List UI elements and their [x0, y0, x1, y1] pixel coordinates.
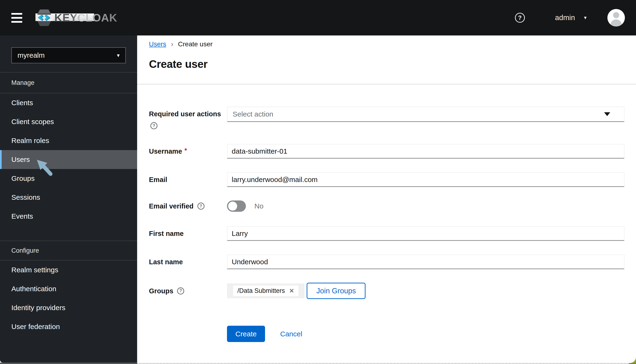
field-label-cell: Last name	[149, 254, 227, 266]
email-label: Email	[149, 176, 167, 184]
hamburger-bar	[11, 13, 22, 15]
field-control-cell: Select action	[227, 106, 624, 122]
email-input[interactable]	[227, 172, 624, 187]
form-row-required-user-actions: Required user actions ? Select action	[149, 106, 624, 129]
username-label: Username	[149, 147, 182, 155]
required-user-actions-select[interactable]: Select action	[227, 106, 624, 122]
required-asterisk: *	[184, 147, 187, 154]
window-bottom-edge	[0, 362, 137, 364]
sidebar-nav: myrealm ▾ Manage Clients Client scopes R…	[0, 36, 137, 362]
field-label-cell: Groups ?	[149, 287, 227, 295]
form-row-last-name: Last name	[149, 254, 624, 269]
sidebar-section-manage: Manage	[0, 72, 137, 93]
field-label-cell: Email	[149, 172, 227, 184]
breadcrumb-users-link[interactable]: Users	[149, 40, 166, 48]
group-chip-label: /Data Submitters	[238, 287, 285, 294]
cancel-button[interactable]: Cancel	[280, 330, 302, 338]
hamburger-bar	[11, 21, 22, 23]
sidebar-item-realm-settings[interactable]: Realm settings	[0, 260, 137, 280]
required-user-actions-label: Required user actions	[149, 110, 227, 118]
avatar-head	[613, 12, 619, 18]
groups-chip-group: /Data Submitters ✕	[227, 284, 304, 298]
masthead-actions: ? admin ▾	[515, 9, 625, 26]
form-row-groups: Groups ? /Data Submitters ✕ Join Groups	[149, 283, 624, 299]
create-button[interactable]: Create	[227, 326, 265, 342]
field-control-cell	[227, 144, 624, 158]
sidebar-spacer	[0, 226, 137, 240]
sidebar-item-realm-roles[interactable]: Realm roles	[0, 131, 137, 150]
breadcrumb-current: Create user	[178, 40, 212, 48]
realm-selector[interactable]: myrealm ▾	[11, 47, 126, 63]
first-name-input[interactable]	[227, 226, 624, 241]
brand-wordmark: KEYCLOAK	[54, 12, 117, 23]
sidebar-item-sessions[interactable]: Sessions	[0, 188, 137, 207]
avatar-body	[610, 20, 622, 26]
sidebar-item-clients[interactable]: Clients	[0, 93, 137, 112]
hamburger-bar	[11, 17, 22, 19]
email-verified-toggle[interactable]	[227, 200, 246, 212]
field-label-cell: Username *	[149, 144, 227, 155]
user-menu[interactable]: admin ▾	[555, 14, 586, 22]
field-label-cell: First name	[149, 226, 227, 238]
window-bottom-border	[137, 363, 636, 364]
sidebar-section-configure: Configure	[0, 241, 137, 260]
keycloak-hexagon-icon	[36, 8, 53, 27]
field-control-cell: No	[227, 200, 624, 212]
realm-name: myrealm	[18, 51, 45, 59]
field-label-cell: Email verified ?	[149, 202, 227, 210]
form-row-username: Username *	[149, 144, 624, 158]
form-actions: Create Cancel	[227, 326, 302, 342]
sidebar-item-events[interactable]: Events	[0, 207, 137, 226]
help-icon[interactable]: ?	[177, 288, 184, 294]
page-title: Create user	[149, 58, 208, 70]
email-verified-label: Email verified	[149, 202, 194, 210]
chevron-down-icon: ▾	[117, 52, 120, 58]
field-label-cell: Required user actions ?	[149, 106, 227, 129]
hamburger-menu-icon[interactable]	[11, 13, 22, 23]
help-icon[interactable]: ?	[198, 202, 204, 210]
toggle-state-label: No	[254, 202, 264, 210]
sidebar-item-users[interactable]: Users	[0, 150, 137, 169]
chevron-down-icon: ▾	[584, 15, 586, 21]
sidebar-item-authentication[interactable]: Authentication	[0, 280, 137, 298]
field-control-cell	[227, 172, 624, 187]
sidebar-item-identity-providers[interactable]: Identity providers	[0, 298, 137, 317]
chip-close-icon[interactable]: ✕	[289, 288, 294, 294]
select-placeholder: Select action	[233, 110, 273, 118]
caret-down-icon	[604, 112, 610, 116]
help-icon[interactable]: ?	[150, 122, 158, 129]
keycloak-logo: KEYCLOAK	[36, 0, 117, 36]
sidebar-item-user-federation[interactable]: User federation	[0, 317, 137, 336]
group-chip: /Data Submitters ✕	[233, 286, 298, 296]
masthead: KEYCLOAK ? admin ▾	[0, 0, 636, 36]
form-row-first-name: First name	[149, 226, 624, 241]
field-control-cell	[227, 254, 624, 269]
first-name-label: First name	[149, 230, 184, 237]
field-control-cell: /Data Submitters ✕ Join Groups	[227, 283, 624, 299]
breadcrumb: Users › Create user	[149, 40, 212, 48]
help-icon[interactable]: ?	[515, 13, 525, 23]
sidebar-item-client-scopes[interactable]: Client scopes	[0, 112, 137, 131]
title-divider	[137, 84, 636, 84]
last-name-label: Last name	[149, 258, 183, 266]
username-input[interactable]	[227, 144, 624, 158]
join-groups-button[interactable]: Join Groups	[307, 283, 366, 299]
groups-label: Groups	[149, 287, 173, 295]
chevron-right-icon: ›	[171, 40, 173, 48]
field-control-cell	[227, 226, 624, 241]
form-row-email: Email	[149, 172, 624, 187]
username-label: admin	[555, 14, 575, 22]
main-content: Users › Create user Create user Required…	[137, 36, 636, 363]
sidebar-item-groups[interactable]: Groups	[0, 169, 137, 188]
avatar[interactable]	[608, 9, 625, 26]
toggle-knob	[228, 202, 237, 210]
form-row-email-verified: Email verified ? No	[149, 200, 624, 212]
last-name-input[interactable]	[227, 254, 624, 269]
